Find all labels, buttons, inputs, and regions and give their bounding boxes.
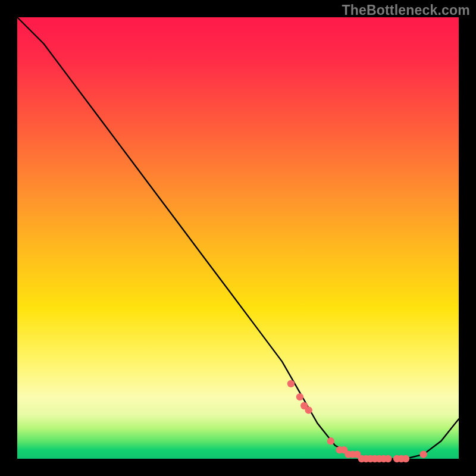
highlight-dot (305, 406, 312, 414)
highlight-dot (384, 455, 392, 462)
chart-canvas: TheBottleneck.com (0, 0, 476, 476)
highlight-dot (419, 450, 427, 458)
highlight-dot (327, 437, 334, 444)
highlight-dot (296, 393, 303, 400)
highlight-dot (402, 455, 409, 462)
bottleneck-curve (17, 17, 459, 459)
highlight-dots-group (287, 380, 427, 463)
watermark-text: TheBottleneck.com (342, 2, 470, 18)
highlight-dot (287, 380, 295, 387)
curve-layer (17, 17, 459, 459)
